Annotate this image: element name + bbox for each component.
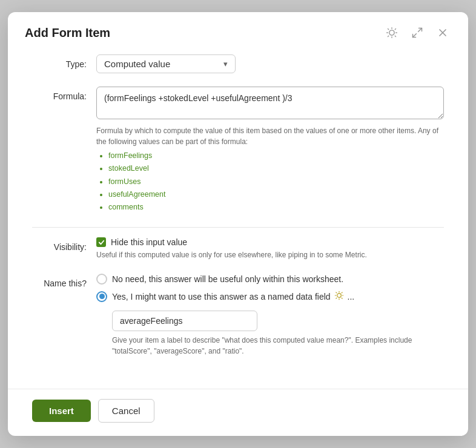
ellipsis-text: ... <box>348 292 355 301</box>
type-select[interactable]: Computed value ▾ <box>96 54 236 73</box>
expand-icon-button[interactable] <box>409 25 426 40</box>
type-row: Type: Computed value ▾ <box>32 54 444 73</box>
radio-yes-label: Yes, I might want to use this answer as … <box>112 292 331 301</box>
visibility-control-area: Hide this input value Useful if this com… <box>96 237 444 260</box>
svg-line-2 <box>413 34 417 38</box>
header-icons <box>383 25 451 40</box>
dialog-footer: Insert Cancel <box>8 389 468 436</box>
type-select-value: Computed value <box>104 59 170 69</box>
yes-lightbulb-icon <box>334 291 344 302</box>
lightbulb-icon-button[interactable] <box>383 25 400 40</box>
formula-values-list: formFeelingsstokedLevelformUsesusefulAgr… <box>96 150 444 214</box>
formula-control-area: Formula by which to compute the value of… <box>96 87 444 214</box>
formula-label: Formula: <box>32 87 87 101</box>
radio-no[interactable] <box>96 274 107 285</box>
formula-row: Formula: Formula by which to compute the… <box>32 87 444 214</box>
dialog-title: Add Form Item <box>25 26 110 40</box>
dialog-body: Type: Computed value ▾ Formula: Formula … <box>8 48 468 389</box>
dialog-header: Add Form Item <box>8 12 468 48</box>
name-row: Name this? No need, this answer will be … <box>32 274 444 357</box>
insert-button[interactable]: Insert <box>32 400 91 422</box>
radio-no-label: No need, this answer will be useful only… <box>112 274 343 284</box>
svg-point-0 <box>389 30 394 35</box>
hide-input-checkbox[interactable] <box>96 237 106 247</box>
type-select-arrow: ▾ <box>223 59 228 68</box>
list-item: stokedLevel <box>108 162 444 175</box>
name-control-area: No need, this answer will be useful only… <box>96 274 444 357</box>
type-control-area: Computed value ▾ <box>96 54 444 73</box>
list-item: comments <box>108 201 444 214</box>
list-item: usefulAgreement <box>108 188 444 201</box>
named-field-input[interactable] <box>112 311 257 331</box>
visibility-row: Visibility: Hide this input value Useful… <box>32 237 444 260</box>
list-item: formUses <box>108 176 444 188</box>
add-form-item-dialog: Add Form Item <box>8 12 468 436</box>
list-item: formFeelings <box>108 150 444 162</box>
radio-yes[interactable] <box>96 291 107 302</box>
visibility-checkbox-row: Hide this input value <box>96 237 444 247</box>
svg-point-5 <box>337 294 341 298</box>
separator-1 <box>32 227 444 228</box>
formula-hint: Formula by which to compute the value of… <box>96 125 444 147</box>
radio-yes-extra: Yes, I might want to use this answer as … <box>112 291 354 302</box>
hide-input-label: Hide this input value <box>111 237 187 247</box>
named-field-hint: Give your item a label to describe "what… <box>112 335 427 357</box>
visibility-label: Visibility: <box>32 237 87 252</box>
radio-no-option: No need, this answer will be useful only… <box>96 274 444 285</box>
svg-line-1 <box>418 28 422 32</box>
radio-yes-option: Yes, I might want to use this answer as … <box>96 291 444 302</box>
name-label: Name this? <box>32 274 87 288</box>
formula-textarea[interactable] <box>96 87 444 119</box>
visibility-hint: Useful if this computed value is only fo… <box>96 249 444 260</box>
close-icon-button[interactable] <box>434 25 451 40</box>
cancel-button[interactable]: Cancel <box>98 399 154 423</box>
type-label: Type: <box>32 54 87 69</box>
